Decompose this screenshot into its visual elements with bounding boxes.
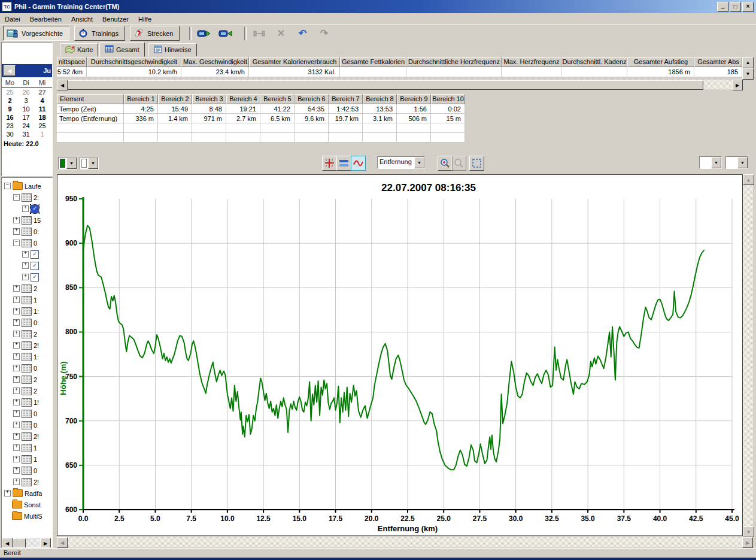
expand-plus-icon[interactable]: + (13, 467, 20, 474)
tree-item-row[interactable]: +2 (2, 385, 52, 396)
zoom-in-button[interactable] (438, 156, 453, 171)
expand-plus-icon[interactable]: + (13, 319, 20, 326)
tree-item-row[interactable]: +2! (2, 431, 52, 442)
lap-column-header[interactable]: Bereich 3 (192, 94, 226, 104)
calendar-day[interactable]: 16 (2, 113, 18, 122)
line-curve-button[interactable] (351, 156, 366, 171)
minimize-button[interactable]: _ (717, 2, 728, 12)
menu-item-bearbeiten[interactable]: Bearbeiten (25, 14, 66, 24)
collapse-minus-icon[interactable]: − (4, 183, 11, 189)
tree-item-row[interactable]: +0 (2, 362, 52, 374)
tree-item-row[interactable]: +1: (2, 305, 52, 317)
scroll-thumb[interactable] (13, 538, 26, 548)
expand-plus-icon[interactable]: + (13, 410, 20, 417)
collapse-minus-icon[interactable]: − (13, 194, 20, 201)
scroll-thumb[interactable] (68, 80, 703, 90)
history-button[interactable]: Vorgeschichte (3, 26, 69, 41)
summary-column-header[interactable]: Durchschnittliche Herzfrequenz (406, 57, 502, 67)
collapse-minus-icon[interactable]: − (13, 240, 20, 246)
tree-item-row[interactable]: +1 (2, 442, 52, 453)
calendar-day[interactable]: 9 (2, 105, 18, 113)
expand-plus-icon[interactable]: + (13, 342, 20, 349)
expand-plus-icon[interactable]: + (13, 365, 20, 371)
scroll-down-icon[interactable]: ▼ (742, 68, 754, 80)
elevation-chart[interactable]: 6006507007508008509009500.02.55.07.510.0… (57, 174, 743, 536)
maximize-button[interactable]: □ (730, 2, 741, 12)
summary-column-header[interactable]: Gesamter Aufstieg (627, 57, 694, 67)
tree-item-row[interactable]: +2! (2, 476, 52, 488)
undo-icon[interactable]: ↶ (294, 27, 310, 40)
lap-column-header[interactable]: Bereich 5 (260, 94, 294, 104)
calendar-day[interactable]: 10 (18, 105, 34, 113)
scroll-up-icon[interactable]: ▲ (743, 174, 754, 185)
calendar-day[interactable]: 26 (18, 88, 34, 96)
expand-plus-icon[interactable]: + (13, 388, 20, 394)
scroll-right-icon[interactable]: ▶ (742, 537, 753, 548)
scroll-left-icon[interactable]: ◀ (2, 538, 13, 548)
calendar-day[interactable]: 25 (2, 88, 18, 96)
tree-item-row[interactable]: +0 (2, 465, 52, 476)
tree-item-row[interactable]: +1 (2, 453, 52, 465)
tree-item-row[interactable]: +1: (2, 351, 52, 362)
send-to-device-icon[interactable] (196, 27, 212, 40)
fill-color-dropdown[interactable]: ▼ (80, 157, 99, 169)
menu-item-benutzer[interactable]: Benutzer (98, 14, 133, 24)
fill-bands-button[interactable] (336, 156, 351, 171)
menu-item-hilfe[interactable]: Hilfe (133, 14, 156, 24)
tree-item-row[interactable]: +2 (2, 374, 52, 385)
summary-column-header[interactable]: Gesamter Kalorienverbrauch (249, 57, 340, 67)
expand-plus-icon[interactable]: + (13, 285, 20, 292)
tree-folder-row[interactable]: −Laufe (2, 180, 52, 192)
tree-folder-row[interactable]: +Radfa (2, 488, 52, 499)
chart-vertical-scrollbar[interactable]: ▲ ▼ (743, 174, 753, 536)
line-color-dropdown[interactable]: ▼ (58, 157, 77, 169)
tree-item-row[interactable]: +2! (2, 340, 52, 351)
calendar-day[interactable]: 31 (18, 130, 34, 138)
tree-item-row[interactable]: +15 (2, 214, 52, 226)
calendar-day[interactable]: 17 (18, 113, 34, 122)
calendar-day[interactable]: 1 (34, 130, 50, 138)
scroll-left-icon[interactable]: ◀ (57, 80, 68, 90)
summary-column-header[interactable]: nittspace (57, 57, 87, 67)
expand-plus-icon[interactable]: + (13, 433, 20, 440)
tree-item-row[interactable]: +0 (2, 408, 52, 419)
expand-plus-icon[interactable]: + (13, 296, 20, 303)
lap-column-header[interactable]: Bereich 1 (124, 94, 158, 104)
calendar-day[interactable]: 24 (18, 122, 34, 130)
scroll-down-icon[interactable]: ▼ (743, 526, 754, 537)
expand-plus-icon[interactable]: + (13, 228, 20, 235)
lap-column-header[interactable]: Bereich 9 (397, 94, 431, 104)
zoom-fit-button[interactable] (469, 156, 484, 171)
calendar-prev-button[interactable]: ◀ (4, 65, 16, 76)
expand-plus-icon[interactable]: + (13, 353, 20, 360)
tree-item-row[interactable]: +✓ (2, 203, 52, 214)
chart-horizontal-scrollbar[interactable]: ◀ ▶ (57, 537, 753, 547)
scroll-right-icon[interactable]: ▶ (732, 80, 743, 90)
tree-folder-row[interactable]: MultiS (2, 510, 52, 522)
expand-plus-icon[interactable]: + (13, 399, 20, 405)
expand-plus-icon[interactable]: + (22, 262, 29, 269)
tree-item-row[interactable]: +✓ (2, 260, 52, 271)
tree-item-row[interactable]: +2 (2, 328, 52, 340)
summary-column-header[interactable]: Durchschnittsgeschwindigkeit (87, 57, 181, 67)
chart-svg[interactable]: 6006507007508008509009500.02.55.07.510.0… (57, 175, 742, 535)
lap-column-header[interactable]: Bereich 8 (363, 94, 397, 104)
receive-from-device-icon[interactable] (218, 27, 233, 40)
expand-plus-icon[interactable]: + (13, 456, 20, 462)
lap-column-header[interactable]: Bereich 4 (226, 94, 260, 104)
tree-item-row[interactable]: +1 (2, 294, 52, 305)
expand-plus-icon[interactable]: + (13, 217, 20, 223)
tree-horizontal-scrollbar[interactable]: ◀ ▶ (2, 538, 51, 547)
scroll-up-icon[interactable]: ▲ (742, 57, 754, 68)
lap-column-header[interactable]: Bereich 10 (431, 94, 465, 104)
calendar-day[interactable]: 25 (34, 122, 50, 130)
tree-item-row[interactable]: −2: (2, 192, 52, 203)
expand-plus-icon[interactable]: + (13, 422, 20, 428)
tree-item-row[interactable]: +0: (2, 317, 52, 328)
x-axis-select[interactable]: Entfernung ▼ (377, 156, 425, 169)
summary-column-header[interactable]: Max. Geschwindigkeit (181, 57, 249, 67)
summary-column-header[interactable]: Durchschnittl. Kadenz (561, 57, 627, 67)
expand-plus-icon[interactable]: + (13, 444, 20, 451)
lap-column-header[interactable]: Bereich 2 (158, 94, 192, 104)
lap-column-header[interactable]: Bereich 7 (329, 94, 363, 104)
